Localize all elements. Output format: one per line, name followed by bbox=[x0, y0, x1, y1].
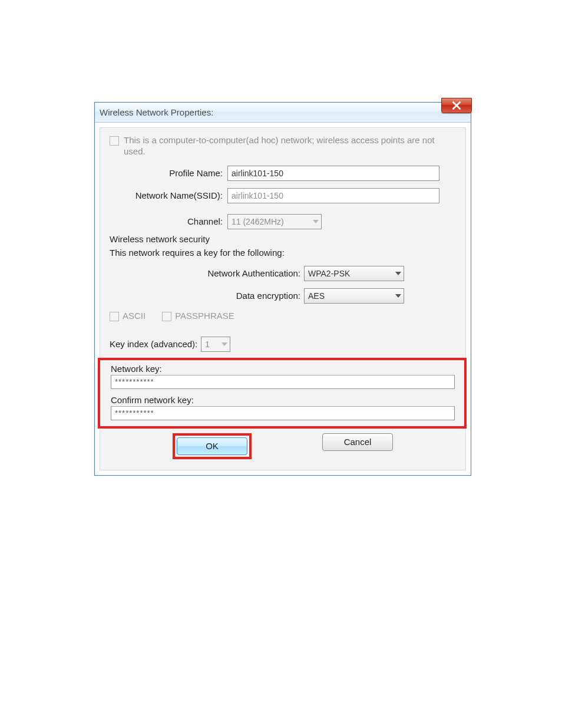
enc-label: Data encryption: bbox=[110, 291, 304, 301]
security-group: Wireless network security This network r… bbox=[110, 234, 456, 459]
passphrase-option: PASSPHRASE bbox=[162, 311, 234, 321]
channel-select: 11 (2462MHz) bbox=[227, 214, 322, 229]
auth-value: WPA2-PSK bbox=[308, 269, 350, 278]
security-subtext: This network requires a key for the foll… bbox=[110, 248, 456, 258]
ok-button[interactable]: OK bbox=[177, 437, 247, 455]
channel-label: Channel: bbox=[110, 216, 227, 226]
security-legend: Wireless network security bbox=[110, 234, 456, 244]
channel-value: 11 (2462MHz) bbox=[232, 217, 284, 226]
profile-name-label: Profile Name: bbox=[110, 168, 227, 178]
keyindex-select: 1 bbox=[201, 337, 230, 352]
button-row: OK Cancel bbox=[110, 433, 456, 459]
adhoc-checkbox[interactable] bbox=[110, 136, 119, 146]
confirm-key-input[interactable] bbox=[111, 406, 455, 420]
auth-select[interactable]: WPA2-PSK bbox=[304, 266, 404, 281]
adhoc-row: This is a computer-to-computer(ad hoc) n… bbox=[110, 135, 456, 157]
chevron-down-icon bbox=[222, 342, 227, 346]
ascii-checkbox bbox=[110, 312, 119, 321]
profile-name-row: Profile Name: bbox=[110, 166, 456, 181]
cancel-button[interactable]: Cancel bbox=[322, 433, 393, 451]
ssid-row: Network Name(SSID): bbox=[110, 188, 456, 203]
passphrase-checkbox bbox=[162, 312, 171, 321]
passphrase-label: PASSPHRASE bbox=[175, 311, 234, 321]
adhoc-label: This is a computer-to-computer(ad hoc) n… bbox=[124, 135, 456, 157]
chevron-down-icon bbox=[313, 220, 319, 223]
confirm-key-label: Confirm network key: bbox=[111, 395, 455, 405]
ascii-label: ASCII bbox=[123, 311, 146, 321]
enc-select[interactable]: AES bbox=[304, 288, 404, 304]
network-key-input[interactable] bbox=[111, 375, 455, 389]
auth-label: Network Authentication: bbox=[110, 268, 304, 278]
auth-row: Network Authentication: WPA2-PSK bbox=[110, 266, 456, 281]
window-title: Wireless Network Properties: bbox=[100, 107, 213, 117]
close-button[interactable] bbox=[441, 98, 472, 113]
chevron-down-icon bbox=[395, 294, 401, 298]
chevron-down-icon bbox=[395, 272, 401, 275]
profile-name-input[interactable] bbox=[227, 166, 439, 181]
keyindex-row: Key index (advanced): 1 bbox=[110, 337, 456, 352]
dialog-body: This is a computer-to-computer(ad hoc) n… bbox=[100, 127, 466, 470]
format-row: ASCII PASSPHRASE bbox=[110, 311, 456, 321]
titlebar[interactable]: Wireless Network Properties: bbox=[95, 103, 471, 123]
keyindex-label: Key index (advanced): bbox=[110, 339, 197, 349]
ssid-label: Network Name(SSID): bbox=[110, 190, 227, 200]
ssid-input bbox=[227, 188, 439, 203]
ascii-option: ASCII bbox=[110, 311, 146, 321]
enc-value: AES bbox=[308, 291, 325, 301]
enc-row: Data encryption: AES bbox=[110, 288, 456, 304]
channel-row: Channel: 11 (2462MHz) bbox=[110, 214, 456, 229]
network-key-highlight: Network key: Confirm network key: bbox=[98, 358, 467, 429]
network-key-label: Network key: bbox=[111, 364, 455, 374]
wireless-properties-dialog: Wireless Network Properties: This is a c… bbox=[94, 102, 471, 476]
close-icon bbox=[452, 101, 461, 110]
keyindex-value: 1 bbox=[205, 340, 210, 349]
ok-highlight: OK bbox=[173, 433, 252, 459]
